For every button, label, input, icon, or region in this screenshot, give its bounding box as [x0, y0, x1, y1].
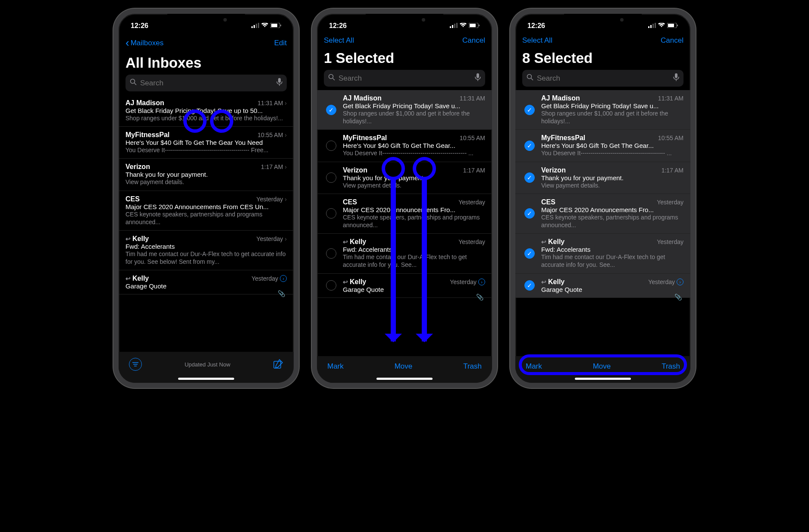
svg-rect-26 [648, 26, 649, 28]
preview-label: You Deserve It--------------------------… [541, 149, 684, 157]
reply-icon: ↩ [541, 238, 546, 245]
mic-icon[interactable] [276, 78, 282, 88]
home-indicator[interactable] [178, 378, 234, 380]
compose-button[interactable] [273, 359, 283, 370]
signal-icon [251, 22, 259, 30]
mail-row[interactable]: ✓ AJ Madison 11:31 AM Get Black Friday P… [515, 90, 690, 130]
subject-label: Thank you for your payment. [343, 174, 485, 182]
row-checkbox[interactable] [326, 141, 336, 151]
time-label: 10:55 AM [658, 135, 684, 141]
svg-rect-20 [470, 24, 476, 27]
svg-rect-9 [278, 78, 281, 83]
phone-screen-3: 12:26 Select All Cancel 8 Selected ✓ AJ … [510, 9, 696, 388]
time-label: 1:17 AM› [261, 163, 287, 170]
row-checkbox[interactable]: ✓ [524, 208, 535, 219]
row-checkbox[interactable]: ✓ [524, 141, 535, 151]
mail-row[interactable]: ↩Kelly Yesterday› Fwd: Accelerants Tim h… [119, 231, 294, 270]
sender-label: AJ Madison [125, 99, 164, 107]
mail-list[interactable]: AJ Madison 11:31 AM› Get Black Friday Pr… [119, 95, 294, 294]
annotation-highlight [519, 354, 687, 375]
notch [564, 14, 642, 26]
back-button[interactable]: ‹ Mailboxes [125, 36, 163, 50]
search-bar[interactable] [324, 70, 485, 87]
row-checkbox[interactable] [326, 280, 336, 291]
mail-row[interactable]: ↩Kelly Yesterday› Garage Quote 📎 [119, 270, 294, 294]
select-all-button[interactable]: Select All [522, 36, 552, 45]
mail-list[interactable]: ✓ AJ Madison 11:31 AM Get Black Friday P… [317, 90, 492, 298]
mail-row[interactable]: MyFitnessPal 10:55 AM Here's Your $40 Gi… [317, 130, 492, 162]
row-checkbox[interactable]: ✓ [524, 248, 535, 259]
mic-icon[interactable] [475, 73, 481, 83]
time-label: 11:31 AM [658, 95, 684, 102]
preview-label: Tim had me contact our Dur-A-Flex tech t… [343, 253, 485, 269]
phone-screen-1: 12:26 ‹ Mailboxes Edit All Inboxes [113, 9, 299, 388]
notch [366, 14, 443, 26]
home-indicator[interactable] [376, 378, 433, 380]
svg-rect-24 [477, 73, 479, 78]
search-bar[interactable] [125, 75, 287, 91]
mail-row[interactable]: CES Yesterday Major CES 2020 Announcemen… [317, 194, 492, 234]
time-label: 1:17 AM [463, 167, 485, 174]
row-checkbox[interactable]: ✓ [326, 105, 336, 115]
subject-label: Garage Quote [125, 282, 287, 290]
mail-row[interactable]: MyFitnessPal 10:55 AM› Here's Your $40 G… [119, 127, 294, 159]
mail-row[interactable]: ✓ Verizon 1:17 AM Thank you for your pay… [515, 162, 690, 194]
svg-rect-35 [675, 73, 677, 78]
mail-row[interactable]: ✓ AJ Madison 11:31 AM Get Black Friday P… [317, 90, 492, 130]
annotation-arrow-icon [422, 178, 427, 341]
subject-label: Major CES 2020 Announcements From CES Un… [125, 203, 287, 210]
search-input[interactable] [140, 79, 273, 88]
phone-screen-2: 12:26 Select All Cancel 1 Selected ✓ AJ … [312, 9, 497, 388]
filter-button[interactable] [129, 358, 142, 371]
preview-label: Tim had me contact our Dur-A-Flex tech t… [125, 250, 287, 266]
subject-label: Get Black Friday Pricing Today! Save u..… [541, 102, 684, 110]
svg-rect-3 [258, 23, 259, 28]
mail-row[interactable]: ✓ ↩Kelly Yesterday Fwd: Accelerants Tim … [515, 234, 690, 273]
mail-row[interactable]: ✓ ↩Kelly Yesterday› Garage Quote 📎 [515, 274, 690, 298]
row-checkbox[interactable] [326, 248, 336, 259]
preview-label: View payment details. [343, 182, 485, 189]
mic-icon[interactable] [673, 73, 679, 83]
row-checkbox[interactable]: ✓ [524, 105, 535, 115]
subject-label: Garage Quote [541, 286, 684, 293]
chevron-right-icon: › [285, 196, 287, 203]
status-time: 12:26 [131, 22, 148, 30]
mail-row[interactable]: ✓ MyFitnessPal 10:55 AM Here's Your $40 … [515, 130, 690, 162]
preview-label: You Deserve It--------------------------… [125, 146, 287, 154]
svg-rect-29 [655, 23, 656, 28]
search-bar[interactable] [522, 70, 684, 87]
svg-point-22 [329, 75, 333, 79]
row-checkbox[interactable] [326, 172, 336, 183]
row-checkbox[interactable]: ✓ [524, 280, 535, 291]
thread-icon: › [677, 279, 684, 285]
preview-label: CES keynote speakers, partnerships and p… [125, 210, 287, 226]
sender-label: ↩Kelly [125, 275, 149, 282]
cancel-button[interactable]: Cancel [462, 36, 485, 45]
move-button[interactable]: Move [395, 362, 413, 371]
mail-row[interactable]: Verizon 1:17 AM› Thank you for your paym… [119, 159, 294, 191]
mail-row[interactable]: ↩Kelly Yesterday› Garage Quote 📎 [317, 274, 492, 298]
time-label: Yesterday [458, 199, 485, 206]
home-indicator[interactable] [575, 378, 631, 380]
wifi-icon [261, 22, 268, 30]
select-all-button[interactable]: Select All [324, 36, 354, 45]
thread-icon: › [478, 279, 485, 285]
time-label: Yesterday› [251, 275, 287, 282]
mail-row[interactable]: ↩Kelly Yesterday Fwd: Accelerants Tim ha… [317, 234, 492, 273]
status-label: Updated Just Now [185, 361, 230, 368]
row-checkbox[interactable] [326, 208, 336, 219]
cancel-button[interactable]: Cancel [661, 36, 684, 45]
mail-row[interactable]: ✓ CES Yesterday Major CES 2020 Announcem… [515, 194, 690, 234]
mail-row[interactable]: CES Yesterday› Major CES 2020 Announceme… [119, 191, 294, 231]
mark-button[interactable]: Mark [327, 362, 344, 371]
thread-icon: › [280, 275, 287, 282]
time-label: 10:55 AM› [257, 131, 287, 138]
sender-label: ↩Kelly [343, 238, 366, 246]
signal-icon [648, 22, 656, 30]
mail-list[interactable]: ✓ AJ Madison 11:31 AM Get Black Friday P… [515, 90, 690, 298]
search-input[interactable] [339, 74, 471, 83]
edit-button[interactable]: Edit [274, 39, 287, 47]
search-input[interactable] [537, 74, 670, 83]
row-checkbox[interactable]: ✓ [524, 172, 535, 183]
trash-button[interactable]: Trash [463, 362, 482, 371]
